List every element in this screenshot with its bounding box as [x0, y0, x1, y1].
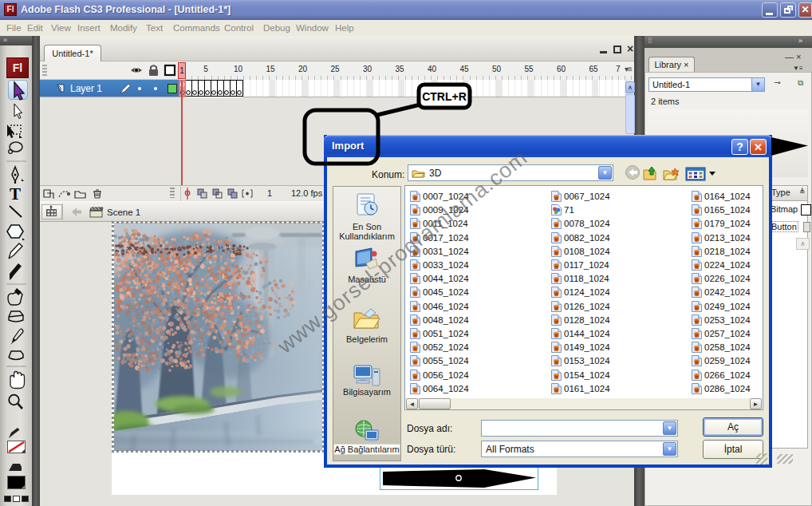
svg-text:CTRL+R: CTRL+R: [422, 90, 467, 103]
